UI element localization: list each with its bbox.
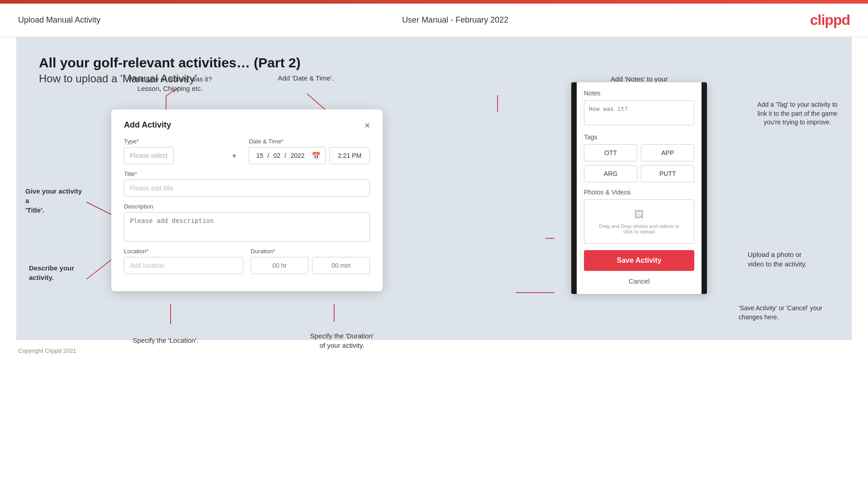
close-button[interactable]: × [365,121,370,130]
photos-label: Photos & Videos [584,189,694,196]
cancel-link[interactable]: Cancel [584,275,694,287]
annotation-give-title: Give your activity a 'Title'. [25,186,84,215]
type-label: Type* [124,138,242,145]
phone-content: Notes Tags OTT APP ARG PUTT Photos & Vid… [577,82,702,294]
save-activity-button[interactable]: Save Activity [584,250,694,271]
tag-ott[interactable]: OTT [584,144,637,161]
annotation-date-time: Add 'Date & Time'. [270,73,342,83]
upload-text: Drag and Drop photos and videos or click… [599,223,679,234]
duration-group: Duration* [251,248,370,274]
date-year[interactable] [288,152,307,159]
notes-input[interactable] [584,100,694,125]
annotation-what-type: What type of activity was it? Lesson, Ch… [125,74,215,93]
type-select[interactable]: Please select [124,147,174,164]
duration-minutes-input[interactable] [312,257,370,274]
duration-label: Duration* [251,248,370,255]
title-label: Title* [124,171,370,177]
phone-panel: Notes Tags OTT APP ARG PUTT Photos & Vid… [571,82,707,294]
time-input[interactable] [329,147,370,164]
duration-inputs [251,257,370,274]
annotation-upload: Upload a photo or video to the activity. [748,250,847,269]
type-date-row: Type* Please select Date & Time* / [124,138,370,164]
title-input[interactable] [124,180,370,197]
logo: clippd [810,12,850,28]
modal-title: Add Activity [124,120,171,130]
location-label: Location* [124,248,243,255]
annotation-describe: Describe your activity. [29,263,92,282]
tag-putt[interactable]: PUTT [641,165,694,182]
datetime-label: Date & Time* [249,138,370,145]
tags-label: Tags [584,133,694,141]
tag-app[interactable]: APP [641,144,694,161]
upload-area[interactable]: 🖼 Drag and Drop photos and videos or cli… [584,199,694,244]
upload-icon: 🖼 [634,209,644,221]
location-input[interactable] [124,257,243,274]
annotation-save: 'Save Activity' or 'Cancel' your changes… [739,304,843,322]
modal-header: Add Activity × [124,120,370,130]
description-group: Description [124,203,370,242]
datetime-group: Date & Time* / / 📅 [249,138,370,164]
type-select-wrapper[interactable]: Please select [124,147,242,164]
tag-arg[interactable]: ARG [584,165,637,182]
main-content: All your golf-relevant activities… (Part… [16,37,852,340]
calendar-icon[interactable]: 📅 [312,152,321,160]
page-title: All your golf-relevant activities… (Part… [39,55,829,71]
top-bar [0,0,868,4]
tags-grid: OTT APP ARG PUTT [584,144,694,182]
date-day[interactable] [254,152,266,159]
description-input[interactable] [124,212,370,242]
header: Upload Manual Activity User Manual - Feb… [0,4,868,37]
duration-hours-input[interactable] [251,257,308,274]
title-group: Title* [124,171,370,197]
copyright-text: Copyright Clippd 2021 [18,347,76,354]
annotation-tag: Add a 'Tag' to your activity to link it … [752,100,843,127]
date-input-group[interactable]: / / 📅 [249,147,326,164]
location-duration-row: Location* Duration* [124,248,370,274]
add-activity-modal: Add Activity × Type* Please select Date … [111,109,383,291]
date-month[interactable] [271,152,283,159]
notes-label: Notes [584,90,694,97]
type-group: Type* Please select [124,138,242,164]
annotation-location: Specify the 'Location'. [125,336,206,345]
upload-manual-label: Upload Manual Activity [18,15,100,25]
location-group: Location* [124,248,243,274]
annotation-duration: Specify the 'Duration' of your activity. [297,331,387,350]
user-manual-label: User Manual - February 2022 [402,15,508,25]
description-label: Description [124,203,370,210]
